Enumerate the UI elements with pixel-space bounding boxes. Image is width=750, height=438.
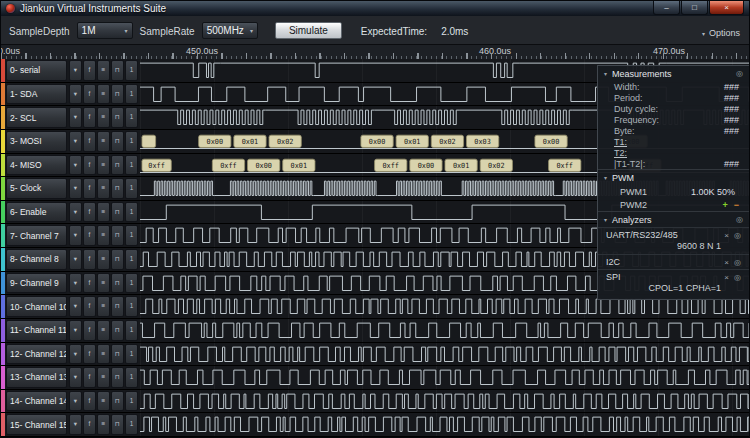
channel-label[interactable]: 10- Channel 10 bbox=[6, 296, 67, 317]
channel-setting-button[interactable]: ⊓ bbox=[111, 273, 124, 294]
title-bar[interactable]: Jiankun Virtual Instruments Suite – □ × bbox=[1, 1, 749, 16]
channel-waveform[interactable] bbox=[140, 366, 749, 389]
channel-setting-button[interactable]: ⊓ bbox=[111, 414, 124, 435]
channel-trigger-button[interactable]: ▾ bbox=[69, 320, 82, 341]
analyzer-item[interactable]: SPI×◎CPOL=1 CPHA=1 bbox=[598, 269, 749, 296]
analyzer-remove-icon[interactable]: × bbox=[724, 273, 729, 282]
snapshot-icon[interactable]: ◎ bbox=[736, 215, 743, 224]
channel-setting-button[interactable]: ⊓ bbox=[111, 344, 124, 365]
measurement-label[interactable]: T1: bbox=[614, 137, 627, 147]
channel-trigger-button[interactable]: ▾ bbox=[69, 273, 82, 294]
channel-waveform[interactable] bbox=[140, 319, 749, 342]
channel-setting-button[interactable]: f bbox=[83, 367, 96, 388]
channel-setting-button[interactable]: f bbox=[83, 320, 96, 341]
channel-setting-button[interactable]: 1 bbox=[125, 367, 138, 388]
channel-trigger-button[interactable]: ▾ bbox=[69, 60, 82, 81]
channel-setting-button[interactable]: f bbox=[83, 131, 96, 152]
channel-trigger-button[interactable]: ▾ bbox=[69, 84, 82, 105]
options-toggle[interactable]: ▾ Options bbox=[702, 28, 740, 38]
channel-setting-button[interactable]: 1 bbox=[125, 60, 138, 81]
channel-label[interactable]: 2- SCL bbox=[6, 107, 67, 128]
channel-setting-button[interactable]: ⊓ bbox=[111, 155, 124, 176]
channel-label[interactable]: 1- SDA bbox=[6, 84, 67, 105]
channel-setting-button[interactable]: ≡ bbox=[97, 367, 110, 388]
channel-setting-button[interactable]: ⊓ bbox=[111, 296, 124, 317]
simulate-button[interactable]: Simulate bbox=[275, 22, 342, 39]
channel-setting-button[interactable]: ≡ bbox=[97, 60, 110, 81]
channel-setting-button[interactable]: f bbox=[83, 155, 96, 176]
channel-setting-button[interactable]: 1 bbox=[125, 107, 138, 128]
channel-setting-button[interactable]: f bbox=[83, 391, 96, 412]
channel-setting-button[interactable]: f bbox=[83, 273, 96, 294]
channel-setting-button[interactable]: ⊓ bbox=[111, 320, 124, 341]
channel-trigger-button[interactable]: ▾ bbox=[69, 367, 82, 388]
channel-setting-button[interactable]: ⊓ bbox=[111, 391, 124, 412]
pwm-add-icon[interactable]: + bbox=[722, 200, 727, 210]
channel-setting-button[interactable]: ≡ bbox=[97, 414, 110, 435]
channel-setting-button[interactable]: ≡ bbox=[97, 84, 110, 105]
channel-label[interactable]: 7- Channel 7 bbox=[6, 225, 67, 246]
channel-setting-button[interactable]: f bbox=[83, 225, 96, 246]
channel-setting-button[interactable]: ≡ bbox=[97, 296, 110, 317]
analyzer-item[interactable]: I2C×◎ bbox=[598, 254, 749, 269]
measurements-header[interactable]: ▾ Measurements ◎ bbox=[598, 66, 749, 81]
channel-setting-button[interactable]: f bbox=[83, 296, 96, 317]
channel-trigger-button[interactable]: ▾ bbox=[69, 296, 82, 317]
channel-setting-button[interactable]: ≡ bbox=[97, 249, 110, 270]
channel-trigger-button[interactable]: ▾ bbox=[69, 225, 82, 246]
channel-setting-button[interactable]: 1 bbox=[125, 414, 138, 435]
channel-label[interactable]: 13- Channel 13 bbox=[6, 367, 67, 388]
channel-setting-button[interactable]: f bbox=[83, 414, 96, 435]
maximize-button[interactable]: □ bbox=[681, 1, 708, 15]
analyzer-remove-icon[interactable]: × bbox=[724, 258, 729, 267]
channel-setting-button[interactable]: 1 bbox=[125, 202, 138, 223]
channel-setting-button[interactable]: 1 bbox=[125, 249, 138, 270]
channel-setting-button[interactable]: 1 bbox=[125, 178, 138, 199]
byte-box[interactable] bbox=[142, 135, 156, 147]
channel-setting-button[interactable]: ≡ bbox=[97, 178, 110, 199]
snapshot-icon[interactable]: ◎ bbox=[736, 69, 743, 78]
channel-waveform[interactable] bbox=[140, 390, 749, 413]
analyzer-snapshot-icon[interactable]: ◎ bbox=[734, 258, 741, 267]
channel-setting-button[interactable]: ≡ bbox=[97, 344, 110, 365]
channel-label[interactable]: 15- Channel 15 bbox=[6, 414, 67, 435]
channel-label[interactable]: 12- Channel 12 bbox=[6, 344, 67, 365]
channel-setting-button[interactable]: ≡ bbox=[97, 131, 110, 152]
timeline-ruler[interactable]: 440.0us450.0us460.0us470.0us bbox=[1, 45, 749, 60]
channel-setting-button[interactable]: 1 bbox=[125, 131, 138, 152]
channel-setting-button[interactable]: 1 bbox=[125, 84, 138, 105]
channel-setting-button[interactable]: ≡ bbox=[97, 155, 110, 176]
channel-setting-button[interactable]: 1 bbox=[125, 225, 138, 246]
channel-setting-button[interactable]: 1 bbox=[125, 273, 138, 294]
channel-setting-button[interactable]: f bbox=[83, 249, 96, 270]
channel-label[interactable]: 3- MOSI bbox=[6, 131, 67, 152]
minimize-button[interactable]: – bbox=[653, 1, 680, 15]
analyzer-remove-icon[interactable]: × bbox=[724, 231, 729, 240]
analyzers-header[interactable]: ▾ Analyzers ◎ bbox=[598, 211, 749, 227]
channel-setting-button[interactable]: ≡ bbox=[97, 391, 110, 412]
channel-label[interactable]: 5- Clock bbox=[6, 178, 67, 199]
channel-setting-button[interactable]: ⊓ bbox=[111, 249, 124, 270]
close-button[interactable]: × bbox=[709, 1, 744, 15]
channel-setting-button[interactable]: ≡ bbox=[97, 273, 110, 294]
channel-setting-button[interactable]: f bbox=[83, 344, 96, 365]
channel-setting-button[interactable]: f bbox=[83, 84, 96, 105]
channel-label[interactable]: 14- Channel 14 bbox=[6, 391, 67, 412]
channel-setting-button[interactable]: f bbox=[83, 202, 96, 223]
channel-setting-button[interactable]: ⊓ bbox=[111, 60, 124, 81]
channel-label[interactable]: 8- Channel 8 bbox=[6, 249, 67, 270]
channel-label[interactable]: 6- Enable bbox=[6, 202, 67, 223]
channel-trigger-button[interactable]: ▾ bbox=[69, 249, 82, 270]
channel-setting-button[interactable]: 1 bbox=[125, 344, 138, 365]
channel-setting-button[interactable]: 1 bbox=[125, 296, 138, 317]
analyzer-item[interactable]: UART/RS232/485×◎9600 8 N 1 bbox=[598, 227, 749, 254]
channel-trigger-button[interactable]: ▾ bbox=[69, 155, 82, 176]
channel-trigger-button[interactable]: ▾ bbox=[69, 202, 82, 223]
channel-label[interactable]: 11- Channel 11 bbox=[6, 320, 67, 341]
channel-label[interactable]: 9- Channel 9 bbox=[6, 273, 67, 294]
channel-trigger-button[interactable]: ▾ bbox=[69, 107, 82, 128]
channel-setting-button[interactable]: ⊓ bbox=[111, 367, 124, 388]
pwm-header[interactable]: ▾ PWM bbox=[598, 169, 749, 185]
channel-setting-button[interactable]: ≡ bbox=[97, 202, 110, 223]
channel-trigger-button[interactable]: ▾ bbox=[69, 344, 82, 365]
